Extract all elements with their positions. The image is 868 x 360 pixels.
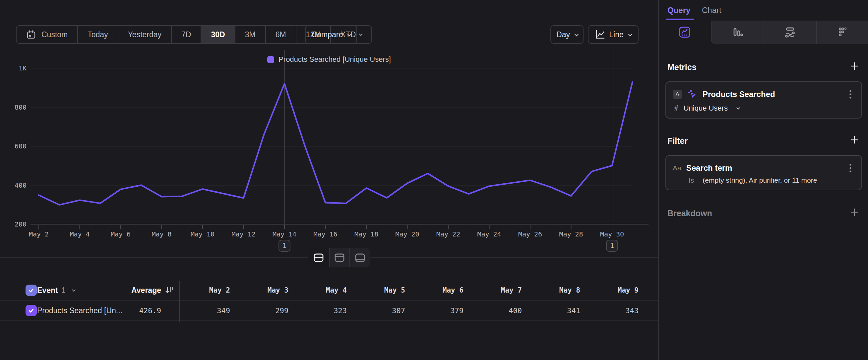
event-count: 1 (61, 286, 66, 295)
range-button-custom[interactable]: Custom (17, 26, 77, 43)
line-series[interactable] (39, 82, 632, 205)
tab-query[interactable]: Query (668, 0, 690, 21)
legend-item[interactable]: Products Searched [Unique Users] (267, 55, 391, 64)
filter-condition[interactable]: Is (empty string), Air purifier, or 11 m… (689, 176, 817, 184)
tab-insights[interactable] (659, 21, 711, 44)
date-column-header: May 9 (582, 281, 639, 300)
metric-card[interactable]: A Products Searched # Unique Users (665, 81, 862, 118)
line-chart-icon (595, 30, 605, 39)
insights-report-app: 2004006008001KMay 2May 4May 6May 8May 10… (0, 0, 868, 360)
chart-type-button[interactable]: Line (588, 25, 639, 44)
tab-chart[interactable]: Chart (702, 0, 721, 21)
date-column-header: May 8 (524, 281, 580, 300)
granularity-label: Day (556, 30, 570, 39)
table-column-divider (179, 281, 180, 322)
add-metric-button[interactable] (849, 61, 859, 71)
series-average-value: 426.9 (93, 301, 161, 321)
table-cell-value: 323 (290, 301, 347, 321)
active-tab-underline (666, 19, 694, 20)
event-click-icon (687, 89, 698, 100)
tab-funnels[interactable] (711, 21, 764, 44)
chevron-down-icon (736, 106, 740, 110)
tab-flows[interactable] (764, 21, 816, 44)
series-checkbox[interactable] (26, 305, 37, 316)
granularity-button[interactable]: Day (550, 25, 584, 44)
sort-descending-icon[interactable] (165, 286, 175, 295)
date-column-header: May 6 (407, 281, 464, 300)
event-label: Event (37, 286, 58, 295)
breakdown-section-title: Breakdown (668, 209, 712, 218)
measure-label: Unique Users (684, 104, 728, 113)
bar-chart-icon (731, 25, 744, 39)
compare-label: Compare (312, 30, 343, 39)
table-bottom-view-button[interactable] (349, 248, 370, 267)
query-panel: Query Chart (658, 0, 868, 360)
metric-letter-badge: A (673, 90, 682, 99)
table-cell-value: 341 (524, 301, 580, 321)
range-label: Yesterday (128, 30, 161, 39)
metric-kebab-menu[interactable] (845, 89, 856, 100)
table-top-view-icon (333, 252, 346, 263)
range-button-7d[interactable]: 7D (171, 26, 200, 43)
filter-value: (empty string), Air purifier, or 11 more (703, 176, 817, 184)
split-view-button[interactable] (308, 248, 329, 267)
filter-kebab-menu[interactable] (845, 162, 856, 174)
legend-swatch-icon (267, 56, 274, 63)
average-column-header: Average (93, 281, 161, 300)
date-column-header: May 5 (349, 281, 405, 300)
measure-selector[interactable]: # Unique Users (674, 104, 739, 113)
x-axis-label: May 10 (191, 230, 215, 238)
breakdown-table: Event 1 Average May 2May 3May 4May 5May … (0, 281, 658, 321)
select-all-checkbox[interactable] (26, 285, 37, 296)
layout-toggle-group (308, 248, 370, 267)
range-button-6m[interactable]: 6M (265, 26, 296, 43)
table-bottom-view-icon (354, 252, 366, 263)
range-button-yesterday[interactable]: Yesterday (118, 26, 171, 43)
table-row: Products Searched [Un... 426.9 349299323… (0, 301, 658, 321)
range-label: 7D (181, 30, 191, 39)
metric-name: Products Searched (703, 90, 775, 99)
filter-card[interactable]: Aa Search term Is (empty string), Air pu… (665, 155, 862, 190)
check-icon (28, 307, 35, 314)
range-button-3m[interactable]: 3M (235, 26, 265, 43)
table-top-view-button[interactable] (329, 248, 349, 267)
legend-label: Products Searched [Unique Users] (279, 55, 391, 64)
date-column-header: May 4 (290, 281, 347, 300)
main-area: 2004006008001KMay 2May 4May 6May 8May 10… (0, 0, 658, 360)
compare-button[interactable]: Compare (305, 25, 357, 44)
x-axis-label: May 20 (395, 230, 419, 238)
range-label: 6M (276, 30, 286, 39)
range-button-30d[interactable]: 30D (200, 26, 235, 43)
y-axis-label: 400 (14, 181, 27, 189)
annotation-badge[interactable]: 1 (279, 240, 290, 252)
toolbar: CustomTodayYesterday7D30D3M6M12MXTD Comp… (16, 25, 658, 44)
chevron-down-icon (347, 32, 352, 36)
add-filter-button[interactable] (849, 135, 859, 145)
annotation-badge[interactable]: 1 (606, 240, 618, 252)
report-type-tabs (659, 21, 868, 44)
table-cell-value: 379 (407, 301, 464, 321)
range-button-today[interactable]: Today (77, 26, 117, 43)
x-axis-label: May 26 (518, 230, 542, 238)
add-breakdown-button[interactable] (849, 207, 859, 217)
metrics-section-title: Metrics (668, 62, 696, 72)
y-axis-label: 1K (19, 64, 27, 72)
x-axis-label: May 24 (477, 230, 501, 238)
range-label: Today (88, 30, 108, 39)
event-column-header[interactable]: Event 1 (37, 281, 74, 300)
flows-icon (782, 25, 798, 39)
filter-operator: Is (689, 176, 694, 184)
y-axis-label: 200 (14, 220, 27, 228)
filter-property-name: Search term (686, 163, 733, 173)
x-axis-label: May 4 (70, 230, 90, 238)
filter-section-title: Filter (668, 136, 688, 146)
table-cell-value: 299 (232, 301, 288, 321)
table-cell-value: 343 (582, 301, 639, 321)
range-label: Custom (41, 30, 68, 39)
x-axis-label: May 14 (273, 230, 297, 238)
x-axis-label: May 28 (559, 230, 583, 238)
text-property-icon: Aa (673, 164, 681, 172)
tab-retention[interactable] (816, 21, 868, 44)
split-view-icon (312, 252, 325, 263)
table-cell-value: 400 (465, 301, 522, 321)
